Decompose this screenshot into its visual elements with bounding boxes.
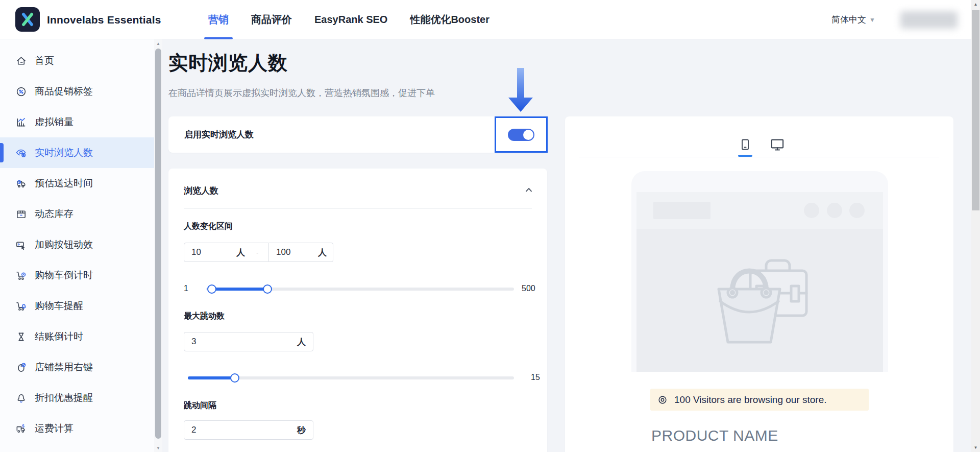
scroll-down-icon[interactable]: ▼ [971, 443, 980, 452]
slider-handle[interactable] [230, 373, 239, 383]
top-header: Innovelabs Essentials 营销商品评价EasyRank SEO… [0, 0, 980, 39]
sidebar-list: 首页商品促销标签虚拟销量实时浏览人数预估送达时间动态库存加购按钮动效购物车倒计时… [0, 39, 154, 444]
sidebar-item[interactable]: 商品促销标签 [0, 76, 154, 107]
header-tab[interactable]: 商品评价 [251, 0, 292, 39]
cart-reminder-icon [15, 300, 27, 312]
section-title: 浏览人数 [184, 185, 218, 197]
section-divider [184, 208, 532, 209]
desktop-preview-tab[interactable] [769, 136, 786, 153]
innovelabs-logo-icon [15, 7, 40, 32]
user-account-blurred[interactable] [900, 11, 958, 29]
sidebar-item-label: 购物车倒计时 [35, 269, 93, 282]
sidebar-item-label: 店铺禁用右键 [35, 361, 93, 374]
max-jump-input[interactable]: 3 人 [184, 332, 313, 351]
language-selector[interactable]: 简体中文 ▼ [831, 0, 875, 39]
mock-nav-dot [827, 203, 842, 218]
sidebar-item[interactable]: 折扣优惠提醒 [0, 383, 154, 413]
svg-text:$: $ [22, 424, 24, 429]
checkout-countdown-icon [15, 331, 27, 343]
sidebar-item[interactable]: $运费计算 [0, 413, 154, 444]
slider-track[interactable] [188, 376, 514, 379]
sidebar-item-label: 结账倒计时 [35, 330, 83, 343]
sidebar-item-label: 预估送达时间 [35, 177, 93, 190]
scroll-up-icon[interactable]: ▲ [154, 39, 162, 47]
toggle-knob [523, 130, 533, 140]
highlight-arrow-icon [506, 68, 535, 112]
sidebar-scrollbar[interactable]: ▲ ▼ [154, 39, 162, 452]
range-max-input[interactable]: 100 人 [269, 243, 333, 262]
brand-name: Innovelabs Essentials [47, 0, 161, 39]
scroll-up-icon[interactable]: ▲ [971, 0, 980, 9]
app-window: Innovelabs Essentials 营销商品评价EasyRank SEO… [0, 0, 980, 452]
window-scrollbar-thumb[interactable] [972, 10, 979, 210]
range-max-unit: 人 [318, 247, 327, 258]
live-visitors-eye-icon [15, 147, 27, 159]
home-icon [15, 55, 27, 67]
delivery-truck-icon [15, 178, 27, 189]
mobile-icon [739, 137, 751, 152]
sidebar-item-label: 虚拟销量 [35, 115, 74, 129]
preview-divider [579, 157, 939, 157]
header-tab[interactable]: 性能优化Booster [410, 0, 489, 39]
sidebar-scrollbar-thumb[interactable] [155, 49, 161, 439]
visitor-range-slider: 1 500 [168, 284, 547, 294]
max-jump-value: 3 [191, 337, 196, 347]
slider-handle-high[interactable] [263, 284, 272, 294]
slider-max-label: 15 [531, 373, 540, 382]
visitors-banner: 100 Visitors are browsing our store. [650, 389, 869, 411]
sidebar-item[interactable]: 实时浏览人数 [0, 137, 154, 168]
mock-product-section: 100 Visitors are browsing our store. PRO… [631, 372, 888, 452]
eye-icon [657, 395, 668, 405]
discount-alert-icon [15, 392, 27, 404]
enable-toggle[interactable] [508, 129, 534, 141]
sidebar-item-label: 运费计算 [35, 422, 74, 435]
interval-label: 跳动间隔 [184, 400, 216, 411]
preview-panel: 100 Visitors are browsing our store. PRO… [565, 116, 953, 452]
sidebar-item[interactable]: 店铺禁用右键 [0, 352, 154, 383]
sidebar-item-label: 加购按钮动效 [35, 238, 93, 251]
range-min-unit: 人 [236, 247, 245, 258]
header-tab[interactable]: EasyRank SEO [314, 0, 387, 39]
sidebar-item[interactable]: 加购按钮动效 [0, 229, 154, 260]
toggle-highlight-box [495, 116, 548, 153]
desktop-icon [770, 137, 785, 152]
page-subtitle: 在商品详情页展示虚拟实时浏览人数，营造热销氛围感，促进下单 [168, 87, 435, 99]
header-tab[interactable]: 营销 [208, 0, 229, 39]
page-title: 实时浏览人数 [168, 50, 288, 76]
visitor-range-inputs: 10 人 - 100 人 [184, 243, 333, 262]
slider-max-label: 500 [522, 284, 535, 293]
sidebar-item[interactable]: 购物车提醒 [0, 291, 154, 321]
interval-input[interactable]: 2 秒 [184, 420, 313, 440]
handbag-illustration-icon [703, 244, 816, 356]
range-max-value: 100 [276, 247, 290, 257]
sidebar-item-label: 首页 [35, 54, 54, 67]
interval-value: 2 [191, 425, 196, 435]
phone-mockup: 100 Visitors are browsing our store. PRO… [631, 171, 888, 452]
enable-card: 启用实时浏览人数 [168, 116, 547, 153]
chevron-up-icon[interactable] [524, 185, 534, 195]
sidebar-item-label: 购物车提醒 [35, 299, 83, 313]
slider-track[interactable] [206, 288, 514, 291]
header-tabs: 营销商品评价EasyRank SEO性能优化Booster [208, 0, 489, 39]
mobile-preview-tab[interactable] [737, 136, 754, 153]
sidebar-item[interactable]: 预估送达时间 [0, 168, 154, 199]
range-min-value: 10 [191, 247, 201, 257]
language-label: 简体中文 [831, 14, 866, 26]
window-scrollbar[interactable]: ▲ ▼ [971, 0, 980, 452]
cart-countdown-icon [15, 270, 27, 281]
inventory-box-icon [15, 208, 27, 220]
sidebar-item-label: 动态库存 [35, 207, 74, 221]
mock-nav-dot [849, 203, 865, 218]
sidebar-item[interactable]: 购物车倒计时 [0, 260, 154, 291]
sidebar-item[interactable]: 虚拟销量 [0, 107, 154, 137]
settings-card: 浏览人数 人数变化区间 10 人 - 100 人 1 500 [168, 169, 547, 452]
sidebar-item[interactable]: 动态库存 [0, 199, 154, 229]
sidebar-item-label: 商品促销标签 [35, 85, 93, 98]
mock-product-name: PRODUCT NAME [651, 427, 778, 444]
sidebar-item[interactable]: 首页 [0, 45, 154, 76]
max-jump-unit: 人 [297, 336, 306, 348]
sales-chart-icon [15, 116, 27, 128]
slider-handle-low[interactable] [207, 284, 216, 294]
scroll-down-icon[interactable]: ▼ [154, 444, 162, 452]
sidebar-item[interactable]: 结账倒计时 [0, 321, 154, 352]
